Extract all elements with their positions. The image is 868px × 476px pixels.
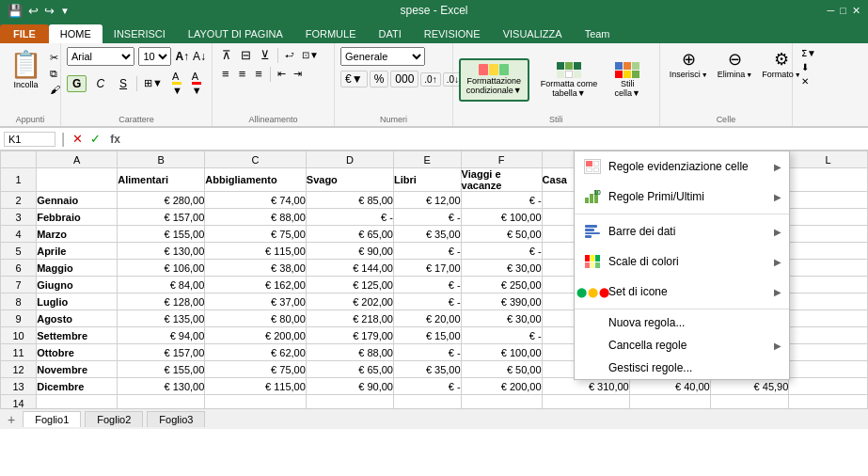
icon-sets-label: Set di icone: [608, 285, 768, 298]
topbottom-rules-label: Regole Primi/Ultimi: [608, 190, 768, 203]
increase-indent-btn[interactable]: ⇥: [291, 67, 305, 81]
databars-arrow: ▶: [774, 227, 781, 237]
borders-btn[interactable]: ⊞▼: [141, 76, 166, 90]
row-num-11[interactable]: 11: [1, 344, 37, 361]
insert-function-btn[interactable]: fx: [106, 133, 124, 146]
row-num-9[interactable]: 9: [1, 310, 37, 327]
col-header-L[interactable]: L: [789, 151, 868, 168]
incolla-btn[interactable]: 📋 Incolla: [6, 47, 46, 91]
topbottom-rules-arrow: ▶: [774, 192, 781, 202]
customize-icon[interactable]: ▼: [60, 6, 70, 16]
menu-item-highlight-rules[interactable]: Regole evidenziazione celle ▶: [575, 151, 789, 182]
conditional-format-btn[interactable]: Formattazionecondizionale▼: [459, 58, 529, 102]
row-num-7[interactable]: 7: [1, 277, 37, 294]
currency-btn[interactable]: €▼: [340, 71, 368, 87]
confirm-formula-btn[interactable]: ✓: [88, 132, 103, 146]
row-num-13[interactable]: 13: [1, 378, 37, 395]
row-num-12[interactable]: 12: [1, 361, 37, 378]
redo-icon[interactable]: ↪: [44, 4, 55, 18]
menu-item-manage-rules[interactable]: Gestisci regole...: [575, 357, 789, 379]
topbottom-rules-icon: 10: [582, 186, 603, 207]
tab-visualizza[interactable]: VISUALIZZA: [492, 24, 574, 43]
restore-btn[interactable]: □: [840, 5, 846, 17]
cancel-formula-btn[interactable]: ✕: [71, 132, 85, 146]
percent-btn[interactable]: %: [370, 71, 389, 87]
insert-cells-btn[interactable]: ⊕ Inserisci▼: [666, 47, 712, 81]
decrease-indent-btn[interactable]: ⇤: [275, 67, 289, 81]
menu-item-color-scales[interactable]: Scale di colori ▶: [575, 246, 789, 277]
font-family-select[interactable]: Arial: [67, 47, 134, 66]
col-header-B[interactable]: B: [118, 151, 205, 168]
save-icon[interactable]: 💾: [8, 4, 23, 18]
increase-font-btn[interactable]: A↑: [175, 50, 189, 63]
tab-revisione[interactable]: REVISIONE: [413, 24, 492, 43]
minimize-btn[interactable]: ─: [828, 5, 835, 17]
align-top-btn[interactable]: ⊼: [218, 47, 235, 63]
wrap-text-btn[interactable]: ⮐: [282, 49, 297, 61]
col-header-A[interactable]: A: [37, 151, 118, 168]
color-scales-icon: [582, 251, 603, 272]
merge-btn[interactable]: ⊡▼: [299, 49, 322, 61]
tab-dati[interactable]: DATI: [368, 24, 413, 43]
menu-item-icon-sets[interactable]: ⬤ ⬤ ⬤ Set di icone ▶: [575, 277, 789, 307]
align-bottom-btn[interactable]: ⊻: [257, 47, 274, 63]
align-right-btn[interactable]: ≡: [251, 66, 266, 82]
menu-item-databars[interactable]: Barre dei dati ▶: [575, 216, 789, 246]
fill-btn[interactable]: ⬇: [798, 61, 812, 73]
undo-icon[interactable]: ↩: [28, 4, 39, 18]
color-scales-arrow: ▶: [774, 257, 781, 267]
sheet-tab-1[interactable]: Foglio1: [23, 411, 81, 427]
menu-item-new-rule[interactable]: Nuova regola...: [575, 311, 789, 334]
col-header-C[interactable]: C: [205, 151, 306, 168]
underline-btn[interactable]: S: [114, 75, 133, 92]
autofill-btn[interactable]: Ʃ▼: [798, 47, 819, 59]
align-center-btn[interactable]: ≡: [235, 66, 250, 82]
tab-formule[interactable]: FORMULE: [294, 24, 368, 43]
sheet-tab-2[interactable]: Foglio2: [85, 411, 143, 427]
menu-item-clear-rules[interactable]: Cancella regole ▶: [575, 334, 789, 357]
tab-inserisci[interactable]: INSERISCI: [103, 24, 177, 43]
formula-input[interactable]: [128, 134, 864, 145]
close-btn[interactable]: ✕: [852, 5, 860, 17]
format-as-table-btn[interactable]: Formatta cometabella▼: [535, 58, 604, 103]
row-num-3[interactable]: 3: [1, 209, 37, 226]
align-middle-btn[interactable]: ⊟: [237, 47, 255, 63]
cell-styles-btn[interactable]: Stilicella▼: [608, 58, 646, 103]
fill-color-btn[interactable]: A▼: [169, 70, 185, 97]
bold-btn[interactable]: G: [67, 75, 87, 92]
increase-decimal-btn[interactable]: .0↑: [420, 72, 440, 87]
format-painter-btn[interactable]: 🖌: [48, 83, 62, 96]
font-size-select[interactable]: 10: [138, 47, 171, 66]
row-num-1[interactable]: 1: [1, 168, 37, 192]
copy-btn[interactable]: ⧉: [48, 67, 62, 81]
icon-sets-icon: ⬤ ⬤ ⬤: [582, 281, 603, 302]
row-num-4[interactable]: 4: [1, 226, 37, 243]
row-num-6[interactable]: 6: [1, 260, 37, 277]
number-format-select[interactable]: Generale: [340, 47, 425, 66]
menu-item-topbottom-rules[interactable]: 10 Regole Primi/Ultimi ▶: [575, 182, 789, 212]
tab-layout[interactable]: LAYOUT DI PAGINA: [177, 24, 294, 43]
cell-reference-box[interactable]: [4, 132, 55, 147]
italic-btn[interactable]: C: [90, 75, 110, 92]
row-num-2[interactable]: 2: [1, 192, 37, 209]
thousand-btn[interactable]: 000: [390, 71, 418, 87]
add-sheet-btn[interactable]: +: [4, 412, 19, 427]
tab-file[interactable]: FILE: [0, 24, 49, 43]
font-color-btn[interactable]: A▼: [189, 70, 205, 97]
window-title: spese - Excel: [400, 4, 467, 17]
tab-team[interactable]: Team: [574, 24, 622, 43]
col-header-F[interactable]: F: [461, 151, 542, 168]
sheet-tab-3[interactable]: Foglio3: [147, 411, 205, 427]
row-num-8[interactable]: 8: [1, 294, 37, 310]
align-left-btn[interactable]: ≡: [218, 66, 233, 82]
clear-btn[interactable]: ✕: [798, 75, 812, 87]
col-header-E[interactable]: E: [393, 151, 461, 168]
col-header-D[interactable]: D: [306, 151, 393, 168]
corner-header: [1, 151, 37, 168]
row-num-5[interactable]: 5: [1, 243, 37, 260]
cut-btn[interactable]: ✂: [48, 51, 62, 65]
delete-cells-btn[interactable]: ⊖ Elimina▼: [714, 47, 756, 81]
tab-home[interactable]: HOME: [49, 24, 103, 43]
row-num-10[interactable]: 10: [1, 327, 37, 344]
decrease-font-btn[interactable]: A↓: [193, 50, 206, 63]
